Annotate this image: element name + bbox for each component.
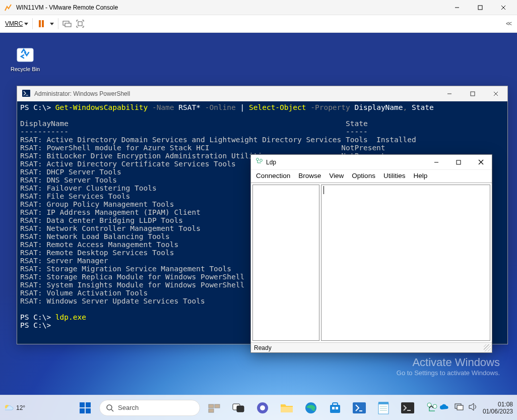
weather-widget[interactable]: 12°: [3, 402, 25, 413]
vmware-toolbar: VMRC <<: [0, 15, 517, 33]
date-text: 01/06/2023: [483, 408, 513, 415]
menu-help[interactable]: Help: [413, 172, 427, 179]
divider: [32, 18, 33, 29]
fullscreen-button[interactable]: [76, 19, 85, 28]
maximize-button[interactable]: [461, 87, 484, 101]
svg-rect-38: [336, 407, 338, 409]
text-cursor: [324, 186, 324, 194]
svg-point-24: [107, 405, 112, 410]
menu-view[interactable]: View: [329, 172, 344, 179]
divider: [58, 18, 58, 29]
menu-utilities[interactable]: Utilities: [383, 172, 406, 179]
powershell-title-text: Administrator: Windows PowerShell: [34, 90, 130, 97]
onedrive-icon[interactable]: [439, 403, 449, 412]
svg-rect-37: [332, 407, 335, 409]
svg-rect-23: [86, 408, 91, 413]
terminal-icon[interactable]: [398, 398, 418, 418]
send-cad-button[interactable]: [62, 19, 72, 28]
search-placeholder: Search: [118, 404, 139, 411]
activate-sub: Go to Settings to activate Windows.: [397, 369, 500, 377]
close-button[interactable]: [470, 155, 492, 169]
minimize-button[interactable]: [438, 87, 461, 101]
svg-rect-45: [401, 402, 414, 413]
vmware-icon: [4, 4, 12, 12]
ldp-titlebar[interactable]: Ldp: [251, 155, 492, 170]
explorer-mini-icon[interactable]: [204, 398, 224, 418]
ldp-output-pane[interactable]: [321, 185, 490, 341]
svg-rect-26: [209, 404, 214, 408]
close-button[interactable]: [492, 1, 515, 15]
ldp-icon: [255, 157, 263, 167]
chevron-down-icon[interactable]: [50, 23, 54, 25]
vmware-window: WIN11VM - VMware Remote Console VMRC: [0, 0, 517, 420]
collapse-button[interactable]: <<: [506, 20, 511, 27]
menu-browse[interactable]: Browse: [298, 172, 321, 179]
vmware-titlebar: WIN11VM - VMware Remote Console: [0, 0, 517, 15]
ldp-body: [251, 183, 492, 342]
svg-point-32: [260, 405, 265, 410]
svg-rect-30: [237, 406, 244, 412]
svg-point-13: [256, 158, 259, 161]
recycle-bin-icon[interactable]: Recycle Bin: [5, 42, 45, 72]
svg-rect-5: [65, 23, 71, 27]
menu-options[interactable]: Options: [352, 172, 375, 179]
window-title: WIN11VM - VMware Remote Console: [16, 4, 118, 11]
ldp-window: Ldp Connection Browse View Options Utili…: [250, 154, 492, 353]
svg-rect-20: [80, 402, 85, 407]
file-explorer-icon[interactable]: [277, 398, 297, 418]
search-box[interactable]: Search: [99, 400, 200, 416]
svg-rect-41: [378, 402, 389, 404]
svg-rect-49: [457, 405, 463, 410]
svg-rect-36: [333, 403, 338, 405]
network-icon[interactable]: [455, 403, 464, 412]
ldp-menubar: Connection Browse View Options Utilities…: [251, 170, 492, 183]
vmrc-menu[interactable]: VMRC: [5, 20, 28, 27]
copilot-icon[interactable]: [252, 398, 273, 418]
svg-point-14: [260, 159, 263, 162]
minimize-button[interactable]: [445, 1, 469, 15]
search-icon: [106, 404, 114, 412]
svg-rect-27: [215, 404, 220, 408]
svg-rect-35: [330, 405, 340, 413]
maximize-button[interactable]: [469, 1, 492, 15]
svg-rect-16: [457, 160, 461, 164]
store-icon[interactable]: [325, 398, 345, 418]
volume-icon[interactable]: [469, 403, 478, 412]
svg-rect-7: [17, 48, 33, 62]
minimize-button[interactable]: [425, 155, 447, 169]
edge-icon[interactable]: [301, 398, 321, 418]
svg-rect-22: [80, 408, 85, 413]
svg-rect-1: [478, 6, 482, 10]
menu-connection[interactable]: Connection: [256, 172, 290, 179]
activate-windows-watermark: Activate Windows Go to Settings to activ…: [397, 356, 500, 377]
svg-rect-10: [471, 92, 475, 96]
pause-button[interactable]: [37, 19, 46, 28]
activate-title: Activate Windows: [397, 356, 500, 369]
ldp-statusbar: Ready: [251, 342, 492, 352]
svg-line-25: [111, 409, 113, 411]
svg-rect-8: [22, 90, 30, 97]
clock[interactable]: 01:08 01/06/2023: [483, 401, 513, 415]
powershell-icon: [22, 90, 30, 98]
svg-rect-33: [281, 407, 293, 412]
system-tray: 01:08 01/06/2023: [428, 401, 513, 415]
window-controls: [445, 1, 515, 15]
notepad-icon[interactable]: [373, 398, 394, 418]
chevron-down-icon: [24, 23, 28, 25]
maximize-button[interactable]: [447, 155, 470, 169]
close-button[interactable]: [484, 87, 507, 101]
tray-overflow-icon[interactable]: [428, 404, 434, 411]
svg-rect-28: [209, 409, 214, 412]
resize-grip[interactable]: [484, 344, 491, 351]
powershell-titlebar[interactable]: Administrator: Windows PowerShell: [17, 86, 507, 101]
svg-rect-6: [78, 22, 82, 26]
time-text: 01:08: [483, 401, 513, 408]
powershell-taskbar-icon[interactable]: [349, 398, 369, 418]
status-text: Ready: [254, 344, 272, 351]
ldp-tree-pane[interactable]: [252, 185, 319, 341]
window-controls: [425, 155, 492, 169]
task-view-icon[interactable]: [228, 398, 248, 418]
start-button[interactable]: [75, 398, 95, 418]
ldp-title-text: Ldp: [266, 159, 276, 166]
windows-desktop[interactable]: Recycle Bin Administrator: Windows Power…: [0, 33, 517, 420]
